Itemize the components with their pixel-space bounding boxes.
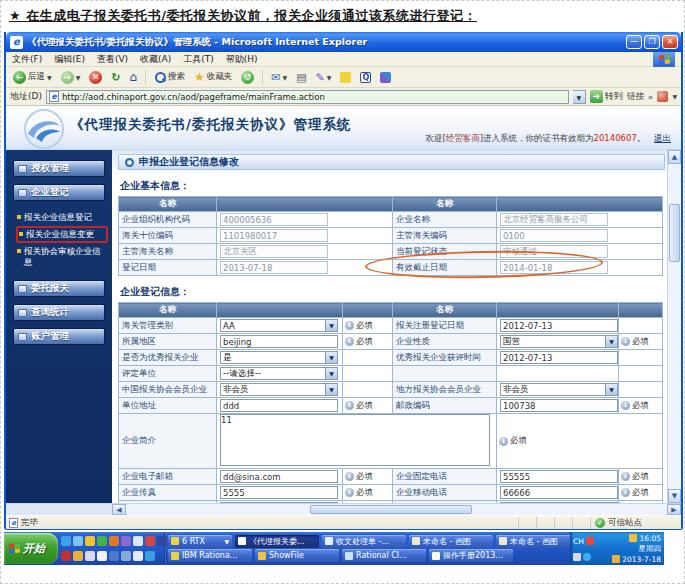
menu-edit[interactable]: 编辑(E) [54, 53, 85, 66]
mail-button[interactable]: ✉▼ [268, 70, 290, 85]
scroll-up-arrow[interactable]: ▲ [668, 150, 681, 164]
photo-icon[interactable] [145, 536, 155, 546]
menu-file[interactable]: 文件(F) [12, 53, 42, 66]
text-field[interactable] [500, 351, 618, 364]
media-player-icon[interactable] [109, 536, 119, 546]
ie-icon[interactable] [73, 536, 83, 546]
readonly-field[interactable] [500, 229, 608, 242]
address-dropdown[interactable]: ▼ [573, 90, 586, 104]
chevron-down-icon[interactable]: ▼ [325, 352, 337, 363]
chevron-down-icon[interactable]: ▼ [605, 336, 617, 347]
links-menu[interactable]: 链接» [627, 90, 654, 103]
readonly-field[interactable] [220, 213, 328, 226]
q-tool-button[interactable]: Q [357, 71, 374, 84]
search-icon[interactable] [133, 551, 143, 561]
readonly-field[interactable] [500, 261, 608, 274]
sidebar-item-enterprise-registration[interactable]: 企业登记 [13, 184, 105, 201]
user-icon[interactable] [133, 536, 143, 546]
back-button[interactable]: ←后退▼ [10, 70, 55, 85]
text-field[interactable] [220, 502, 338, 503]
sidebar-subitem[interactable]: 报关企业信息登记 [16, 210, 108, 225]
globe-icon[interactable] [109, 551, 119, 561]
taskbar-button[interactable]: IBM Rationa... [168, 549, 252, 562]
search-button[interactable]: 搜索 [151, 70, 188, 84]
scroll-down-arrow[interactable]: ▼ [668, 489, 681, 503]
tray-keyboard-icon[interactable] [573, 553, 581, 561]
chevron-down-icon[interactable]: ▼ [325, 368, 337, 379]
field-select[interactable]: 国营▼ [500, 335, 618, 348]
sidebar-item-query-statistics[interactable]: 查询统计 [13, 304, 105, 321]
text-field[interactable] [500, 470, 618, 483]
stop-button[interactable]: ✕ [86, 70, 105, 85]
history-button[interactable]: ↺ [238, 70, 257, 85]
text-field[interactable] [220, 470, 338, 483]
company-profile-textarea[interactable]: 11 [220, 414, 490, 466]
field-select[interactable]: --请选择--▼ [220, 367, 338, 380]
chevron-down-icon[interactable]: ▼ [605, 384, 617, 395]
folder-icon[interactable] [73, 551, 83, 561]
input-language-indicator[interactable]: CH [573, 537, 584, 546]
horizontal-scrollbar[interactable]: ◀ ▶ [6, 503, 681, 515]
maximize-button[interactable]: ❐ [644, 35, 660, 49]
messenger-icon[interactable] [97, 536, 107, 546]
grid-tool-button[interactable] [377, 71, 394, 84]
text-field[interactable] [500, 319, 618, 332]
minimize-button[interactable]: — [626, 35, 642, 49]
tray-network-icon[interactable] [583, 553, 591, 561]
taskbar-button[interactable]: 《代理报关委... [235, 535, 319, 548]
taskbar-button[interactable]: 收文处理单 -... [322, 535, 406, 548]
text-field[interactable] [220, 399, 338, 412]
qq-icon[interactable] [85, 536, 95, 546]
scroll-right-arrow[interactable]: ▶ [667, 504, 681, 515]
favorites-button[interactable]: ★收藏夹 [191, 70, 235, 85]
edit-button[interactable]: ✎▼ [313, 70, 335, 85]
vertical-scroll-thumb[interactable] [669, 204, 680, 262]
window-icon[interactable] [85, 551, 95, 561]
logout-link[interactable]: 退出 [654, 133, 671, 143]
taskbar-button[interactable]: 操作手册2013... [429, 549, 513, 562]
sidebar-subitem[interactable]: 报关协会审核企业信息 [16, 244, 108, 270]
start-button[interactable]: 开始 [4, 533, 58, 564]
msn-icon[interactable] [61, 536, 71, 546]
address-input[interactable]: e http://aod.chinaport.gov.cn/aod/pagefr… [46, 90, 569, 104]
sidebar-item-entrusted-declaration[interactable]: 委托报关 [13, 280, 105, 297]
snagit-icon[interactable] [657, 91, 668, 102]
sidebar-item-authorization[interactable]: 授权管理 [13, 160, 105, 177]
text-field[interactable] [220, 486, 338, 499]
field-select[interactable]: 非会员▼ [500, 383, 618, 396]
menu-favorites[interactable]: 收藏(A) [140, 53, 171, 66]
sidebar-item-account-management[interactable]: 账户管理 [13, 328, 105, 345]
clock[interactable]: 16:05 星期四 2013-7-18 [597, 533, 661, 564]
go-button[interactable]: ➜转到 [590, 90, 623, 103]
taskbar-button[interactable]: 未命名 - 画图 [496, 535, 570, 548]
sidebar-subitem[interactable]: 报关企业信息变更 [16, 226, 108, 243]
refresh-button[interactable]: ↻ [108, 70, 123, 85]
home-button[interactable]: ⌂ [126, 70, 140, 85]
horizontal-scroll-thumb[interactable] [310, 505, 472, 514]
text-field[interactable] [500, 486, 618, 499]
readonly-field[interactable] [500, 213, 608, 226]
notes-icon[interactable] [121, 551, 131, 561]
print-button[interactable]: ▤ [293, 70, 309, 85]
desktop-icon[interactable] [121, 536, 131, 546]
taskbar-button[interactable]: 6 RTX▼ [168, 535, 232, 548]
field-select[interactable]: 非会员▼ [220, 383, 338, 396]
menu-view[interactable]: 查看(V) [97, 53, 128, 66]
menu-help[interactable]: 帮助(H) [226, 53, 258, 66]
text-field[interactable] [500, 502, 618, 503]
taskbar-button[interactable]: 未命名 - 画图 [409, 535, 493, 548]
chevron-down-icon[interactable]: ▼ [325, 384, 337, 395]
taskbar-button[interactable]: Rational Cl... [342, 549, 426, 562]
text-field[interactable] [220, 335, 338, 348]
menu-tools[interactable]: 工具(T) [183, 53, 214, 66]
forward-button[interactable]: →▼ [58, 70, 84, 85]
scroll-left-arrow[interactable]: ◀ [112, 504, 126, 515]
chevron-down-icon[interactable]: ▼ [325, 320, 337, 331]
readonly-field[interactable] [220, 245, 328, 258]
field-select[interactable]: AA▼ [220, 319, 338, 332]
close-button[interactable]: ✕ [662, 35, 678, 49]
text-field[interactable] [500, 399, 618, 412]
browser-icon[interactable] [145, 551, 155, 561]
readonly-field[interactable] [500, 245, 608, 258]
readonly-field[interactable] [220, 229, 328, 242]
